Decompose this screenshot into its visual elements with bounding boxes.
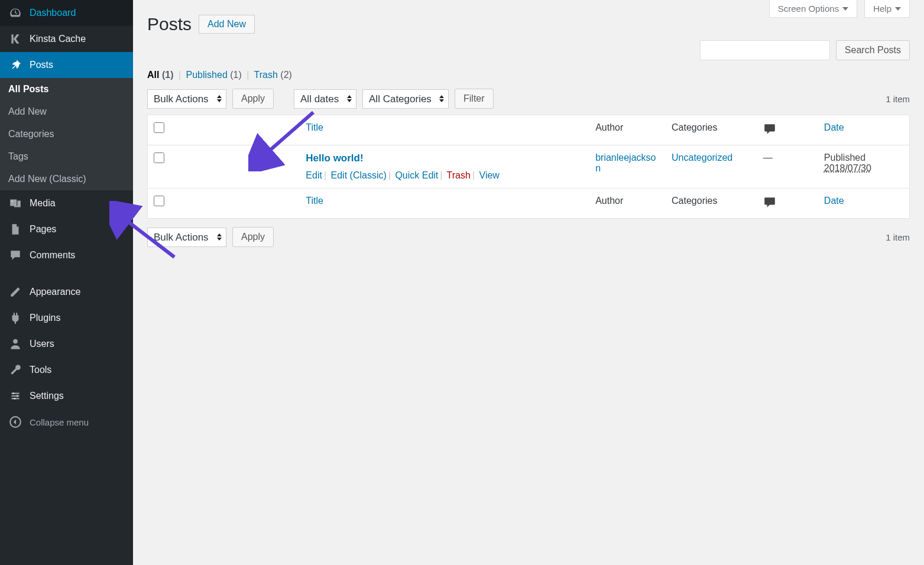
col-date-foot[interactable]: Date [824,196,844,206]
sidebar-label: Appearance [30,287,80,297]
settings-icon [8,389,22,403]
submenu-categories[interactable]: Categories [0,123,133,145]
sidebar-item-dashboard[interactable]: Dashboard [0,0,133,26]
filter-button[interactable]: Filter [455,89,494,109]
submenu-all-posts[interactable]: All Posts [0,78,133,100]
col-title-foot[interactable]: Title [306,196,323,206]
sidebar-item-appearance[interactable]: Appearance [0,279,133,305]
collapse-label: Collapse menu [30,417,89,427]
svg-point-4 [14,398,15,400]
main-content: Screen Options Help Posts Add New Search… [133,0,924,565]
comments-icon [763,122,776,135]
help-tab[interactable]: Help [864,0,910,18]
submenu-add-new-classic[interactable]: Add New (Classic) [0,168,133,190]
sidebar-item-users[interactable]: Users [0,331,133,357]
kinsta-icon [8,32,22,46]
row-actions: Edit| Edit (Classic)| Quick Edit| Trash|… [306,170,583,181]
add-new-button[interactable]: Add New [199,15,255,34]
sidebar-label: Plugins [30,313,60,323]
pin-icon [8,58,22,72]
action-trash[interactable]: Trash [447,170,471,180]
sidebar-label: Settings [30,391,64,401]
table-row: Hello world! Edit| Edit (Classic)| Quick… [148,145,910,189]
sidebar-item-comments[interactable]: Comments [0,242,133,268]
post-title-link[interactable]: Hello world! [306,152,363,164]
action-view[interactable]: View [479,170,500,180]
sidebar-item-settings[interactable]: Settings [0,383,133,409]
sidebar-label: Tools [30,365,51,375]
col-categories-foot: Categories [666,189,757,219]
posts-table: Title Author Categories Date Hello world… [147,115,910,219]
filter-all[interactable]: All (1) [147,70,173,80]
search-posts-input[interactable] [700,40,830,60]
filter-trash[interactable]: Trash (2) [254,70,292,80]
sidebar-label: Pages [30,224,56,235]
col-title[interactable]: Title [306,122,323,132]
action-edit[interactable]: Edit [306,170,322,180]
post-comments: — [757,145,818,189]
sidebar-label: Posts [30,60,53,70]
sidebar-item-media[interactable]: Media [0,190,133,216]
sidebar-item-posts[interactable]: Posts [0,52,133,78]
action-quick-edit[interactable]: Quick Edit [395,170,438,180]
caret-down-icon [895,7,901,11]
select-all-bottom[interactable] [154,196,164,206]
collapse-icon [8,415,22,429]
apply-button-bottom[interactable]: Apply [232,227,274,247]
col-categories: Categories [666,115,757,145]
collapse-menu[interactable]: Collapse menu [0,409,133,435]
col-date[interactable]: Date [824,122,844,132]
page-title: Posts [147,14,192,34]
row-checkbox[interactable] [154,152,164,163]
tools-icon [8,363,22,377]
screen-options-tab[interactable]: Screen Options [769,0,857,18]
submenu-add-new[interactable]: Add New [0,100,133,123]
search-posts-button[interactable]: Search Posts [836,40,910,60]
svg-point-1 [13,339,18,344]
filter-published[interactable]: Published (1) [186,70,242,80]
col-author: Author [589,115,666,145]
item-count-top: 1 item [886,94,910,104]
bulk-actions-select[interactable]: Bulk Actions [147,89,226,109]
select-all-top[interactable] [154,122,164,133]
col-comments-foot [757,189,818,219]
comments-icon [8,248,22,262]
plugins-icon [8,311,22,325]
admin-sidebar: Dashboard Kinsta Cache Posts All Posts A… [0,0,133,565]
appearance-icon [8,285,22,299]
caret-down-icon [842,7,848,11]
sidebar-label: Comments [30,250,75,261]
action-edit-classic[interactable]: Edit (Classic) [331,170,387,180]
comments-icon [763,196,776,209]
sidebar-label: Dashboard [30,8,76,18]
post-category-link[interactable]: Uncategorized [672,152,732,163]
sidebar-item-kinsta-cache[interactable]: Kinsta Cache [0,26,133,52]
sidebar-item-tools[interactable]: Tools [0,357,133,383]
sidebar-item-plugins[interactable]: Plugins [0,305,133,331]
post-date-status: Published [824,152,903,163]
bulk-actions-select-bottom[interactable]: Bulk Actions [147,228,226,247]
status-filters: All (1) | Published (1) | Trash (2) [147,70,910,80]
media-icon [8,196,22,210]
date-filter-select[interactable]: All dates [294,89,356,109]
sidebar-label: Users [30,339,54,349]
category-filter-select[interactable]: All Categories [362,89,449,109]
col-author-foot: Author [589,189,666,219]
item-count-bottom: 1 item [886,232,910,242]
dashboard-icon [8,6,22,20]
apply-button-top[interactable]: Apply [232,89,274,109]
pages-icon [8,222,22,236]
svg-point-3 [17,395,18,397]
post-author-link[interactable]: brianleejackson [595,152,656,173]
users-icon [8,337,22,351]
submenu-tags[interactable]: Tags [0,145,133,168]
sidebar-label: Media [30,198,56,209]
svg-point-0 [11,200,13,202]
sidebar-item-pages[interactable]: Pages [0,216,133,242]
sidebar-label: Kinsta Cache [30,34,86,44]
posts-submenu: All Posts Add New Categories Tags Add Ne… [0,78,133,190]
col-comments [757,115,818,145]
svg-point-2 [12,392,14,394]
post-date: 2018/07/30 [824,163,903,174]
